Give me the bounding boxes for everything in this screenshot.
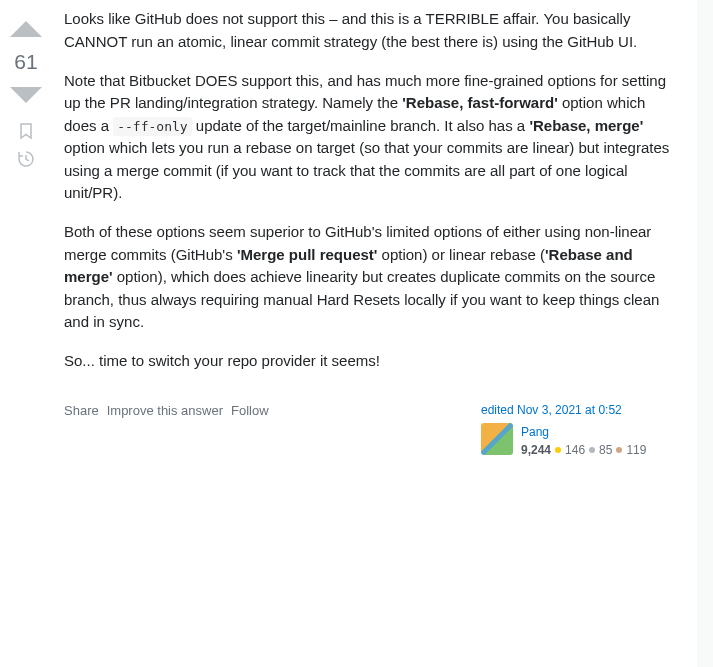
silver-badge-icon bbox=[589, 447, 595, 453]
gold-badge-count: 146 bbox=[565, 441, 585, 459]
edit-timestamp-link[interactable]: edited Nov 3, 2021 at 0:52 bbox=[481, 401, 681, 419]
downvote-button[interactable] bbox=[8, 76, 44, 112]
bold-text: 'Rebase, fast-forward' bbox=[402, 94, 558, 111]
user-name-link[interactable]: Pang bbox=[521, 423, 681, 441]
vote-score: 61 bbox=[14, 50, 37, 74]
bold-text: 'Rebase, merge' bbox=[529, 117, 643, 134]
text: update of the target/mainline branch. It… bbox=[192, 117, 530, 134]
avatar[interactable] bbox=[481, 423, 513, 455]
editor-user-card: edited Nov 3, 2021 at 0:52 Pang 9,244 14… bbox=[481, 401, 681, 459]
text: Nov 3, 2021 at 0:52 bbox=[517, 403, 622, 417]
silver-badge-count: 85 bbox=[599, 441, 612, 459]
bronze-badge-icon bbox=[616, 447, 622, 453]
paragraph: Note that Bitbucket DOES support this, a… bbox=[64, 70, 681, 205]
vote-column: 61 bbox=[4, 8, 48, 168]
scrollbar[interactable] bbox=[697, 0, 713, 667]
post-body: Looks like GitHub does not support this … bbox=[48, 8, 697, 459]
post-footer: Share Improve this answer Follow edited … bbox=[64, 401, 681, 459]
paragraph: Looks like GitHub does not support this … bbox=[64, 8, 681, 53]
reputation-score: 9,244 bbox=[521, 441, 551, 459]
paragraph: So... time to switch your repo provider … bbox=[64, 350, 681, 373]
bronze-badge-count: 119 bbox=[626, 441, 646, 459]
improve-answer-link[interactable]: Improve this answer bbox=[107, 401, 223, 421]
follow-link[interactable]: Follow bbox=[231, 401, 269, 421]
answer: 61 Looks like GitHub does not support th… bbox=[4, 8, 697, 459]
history-icon[interactable] bbox=[17, 150, 35, 168]
text: option which lets you run a rebase on ta… bbox=[64, 139, 669, 201]
bookmark-icon[interactable] bbox=[17, 122, 35, 140]
text: option) or linear rebase ( bbox=[377, 246, 545, 263]
share-link[interactable]: Share bbox=[64, 401, 99, 421]
inline-code: --ff-only bbox=[113, 117, 191, 136]
text: option), which does achieve linearity bu… bbox=[64, 268, 659, 330]
upvote-button[interactable] bbox=[8, 12, 44, 48]
paragraph: Both of these options seem superior to G… bbox=[64, 221, 681, 334]
post-menu-links: Share Improve this answer Follow bbox=[64, 401, 269, 421]
text: edited bbox=[481, 403, 517, 417]
bold-text: 'Merge pull request' bbox=[237, 246, 378, 263]
gold-badge-icon bbox=[555, 447, 561, 453]
user-stats: 9,244 146 85 119 bbox=[521, 441, 681, 459]
